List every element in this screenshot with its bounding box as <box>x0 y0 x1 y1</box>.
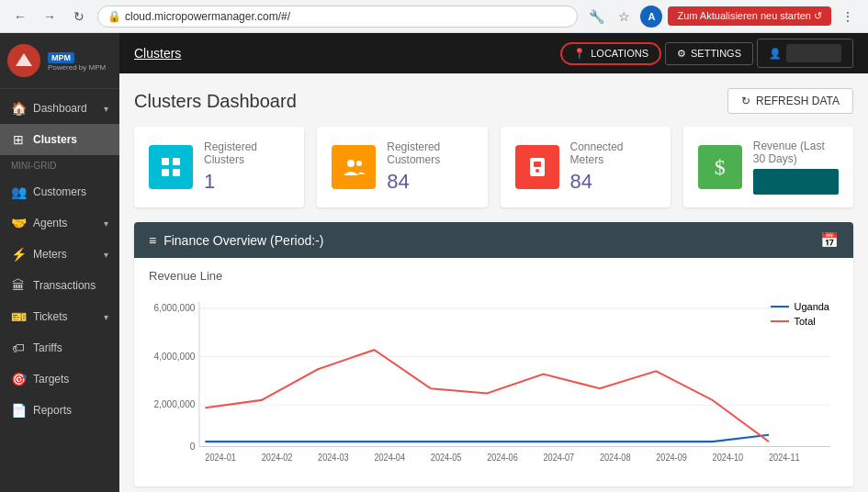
app-container: MPM Powered by MPM 🏠 Dashboard ▾ ⊞ Clust… <box>0 33 868 492</box>
user-icon: 👤 <box>769 48 782 60</box>
sidebar-item-agents[interactable]: 🤝 Agents ▾ <box>0 207 119 239</box>
svg-rect-4 <box>162 169 169 176</box>
refresh-button[interactable]: ↻ REFRESH DATA <box>727 88 853 114</box>
svg-rect-3 <box>173 158 180 165</box>
svg-text:4,000,000: 4,000,000 <box>154 350 196 362</box>
meters-stat-info: Connected Meters 84 <box>570 140 656 194</box>
transactions-icon: 🏛 <box>11 278 26 293</box>
meters-arrow: ▾ <box>104 250 108 260</box>
agents-label: Agents <box>33 217 96 229</box>
svg-text:2024-11: 2024-11 <box>769 453 800 464</box>
page-content: Clusters Dashboard ↻ REFRESH DATA <box>119 73 868 492</box>
extensions-button[interactable]: 🔧 <box>585 6 607 28</box>
meters-stat-label: Connected Meters <box>570 140 656 166</box>
chart-legend: Uganda Total <box>771 301 829 327</box>
svg-rect-9 <box>534 162 541 167</box>
sidebar-item-reports[interactable]: 📄 Reports <box>0 395 119 426</box>
bookmark-button[interactable]: ☆ <box>613 6 635 28</box>
legend-line-total <box>771 320 789 322</box>
sidebar-item-tariffs[interactable]: 🏷 Tariffs <box>0 332 119 363</box>
svg-text:2024-01: 2024-01 <box>205 453 236 464</box>
legend-item-total: Total <box>771 316 829 327</box>
svg-text:2024-09: 2024-09 <box>656 453 687 464</box>
legend-line-uganda <box>771 306 789 308</box>
update-button[interactable]: Zum Aktualisieren neu starten ↺ <box>668 6 831 26</box>
tickets-label: Tickets <box>33 310 96 323</box>
sidebar-item-targets[interactable]: 🎯 Targets <box>0 363 119 395</box>
chart-title: Revenue Line <box>149 269 839 283</box>
finance-title: ≡ Finance Overview (Period:-) <box>149 233 323 248</box>
stat-card-revenue: $ Revenue (Last 30 Days) <box>683 127 853 207</box>
customers-label: Customers <box>33 185 108 198</box>
svg-text:2024-05: 2024-05 <box>431 453 462 464</box>
locations-button[interactable]: 📍 LOCATIONS <box>560 42 661 65</box>
user-button[interactable]: 👤 <box>757 39 853 68</box>
list-icon: ≡ <box>149 233 156 248</box>
agents-icon: 🤝 <box>11 216 26 230</box>
revenue-stat-info: Revenue (Last 30 Days) <box>753 140 839 195</box>
profile-button[interactable]: A <box>640 6 662 28</box>
clusters-stat-label: Registered Clusters <box>204 140 289 166</box>
page-title[interactable]: Clusters <box>134 46 181 61</box>
svg-text:2024-10: 2024-10 <box>713 453 744 464</box>
locations-icon: 📍 <box>573 48 586 60</box>
clusters-icon: ⊞ <box>11 132 26 147</box>
reports-icon: 📄 <box>11 403 26 418</box>
calendar-button[interactable]: 📅 <box>820 231 839 249</box>
back-button[interactable]: ← <box>9 6 31 28</box>
customers-stat-label: Registered Customers <box>387 140 472 166</box>
svg-point-6 <box>347 160 355 167</box>
svg-text:2024-04: 2024-04 <box>374 453 405 464</box>
customers-stat-value: 84 <box>387 170 472 194</box>
sidebar-item-customers[interactable]: 👥 Customers <box>0 176 119 207</box>
menu-button[interactable]: ⋮ <box>837 6 859 28</box>
dashboard-icon: 🏠 <box>11 101 26 116</box>
svg-text:2024-03: 2024-03 <box>318 453 349 464</box>
tariffs-icon: 🏷 <box>11 341 26 355</box>
svg-point-7 <box>356 161 362 166</box>
dashboard-label: Dashboard <box>33 102 96 115</box>
reports-label: Reports <box>33 404 108 417</box>
logo-text-block: MPM Powered by MPM <box>48 50 106 73</box>
finance-section: ≡ Finance Overview (Period:-) 📅 Revenue … <box>134 222 853 486</box>
tickets-arrow: ▾ <box>104 312 108 322</box>
refresh-icon: ↻ <box>741 95 750 107</box>
meters-stat-icon <box>515 145 559 189</box>
svg-text:0: 0 <box>190 440 196 452</box>
sidebar-item-dashboard[interactable]: 🏠 Dashboard ▾ <box>0 93 119 124</box>
header-nav-buttons: 📍 LOCATIONS ⚙ SETTINGS 👤 <box>560 39 853 68</box>
svg-text:2024-06: 2024-06 <box>487 453 518 464</box>
settings-icon: ⚙ <box>677 48 686 60</box>
user-bar <box>786 44 841 62</box>
svg-text:2024-08: 2024-08 <box>600 453 631 464</box>
sidebar-item-transactions[interactable]: 🏛 Transactions <box>0 270 119 301</box>
svg-rect-5 <box>173 169 180 176</box>
meters-label: Meters <box>33 248 96 261</box>
targets-label: Targets <box>33 373 108 386</box>
logo-icon <box>7 44 40 77</box>
svg-text:2024-07: 2024-07 <box>544 453 575 464</box>
customers-stat-icon <box>332 145 376 189</box>
sidebar-logo: MPM Powered by MPM <box>0 33 119 89</box>
settings-button[interactable]: ⚙ SETTINGS <box>665 42 753 65</box>
sidebar: MPM Powered by MPM 🏠 Dashboard ▾ ⊞ Clust… <box>0 33 119 492</box>
clusters-stat-icon <box>149 145 193 189</box>
forward-button[interactable]: → <box>39 6 61 28</box>
address-bar[interactable]: 🔒 cloud.micropowermanager.com/#/ <box>97 6 578 28</box>
clusters-label: Clusters <box>33 133 108 146</box>
stat-card-meters: Connected Meters 84 <box>501 127 671 207</box>
dashboard-title: Clusters Dashboard <box>134 91 297 112</box>
browser-icons: 🔧 ☆ A Zum Aktualisieren neu starten ↺ ⋮ <box>585 6 859 28</box>
revenue-stat-label: Revenue (Last 30 Days) <box>753 140 839 165</box>
sidebar-item-clusters[interactable]: ⊞ Clusters <box>0 124 119 155</box>
sidebar-item-tickets[interactable]: 🎫 Tickets ▾ <box>0 301 119 332</box>
targets-icon: 🎯 <box>11 372 26 386</box>
meters-stat-value: 84 <box>570 170 656 194</box>
finance-header: ≡ Finance Overview (Period:-) 📅 <box>134 222 853 258</box>
reload-button[interactable]: ↻ <box>68 6 90 28</box>
clusters-stat-info: Registered Clusters 1 <box>204 140 289 194</box>
user-avatar: A <box>640 6 662 28</box>
agents-arrow: ▾ <box>104 218 108 229</box>
svg-text:2,000,000: 2,000,000 <box>154 398 196 410</box>
sidebar-item-meters[interactable]: ⚡ Meters ▾ <box>0 239 119 270</box>
